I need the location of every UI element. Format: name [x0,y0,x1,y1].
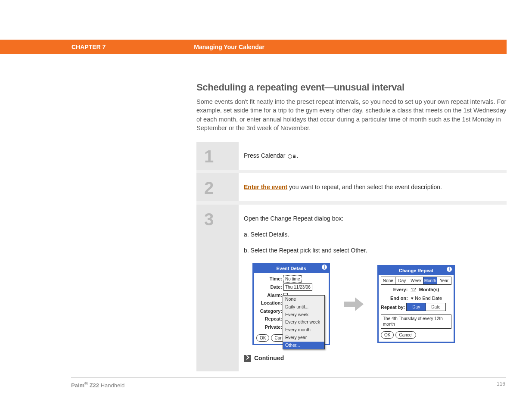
repeat-by-date[interactable]: Date [426,303,445,311]
repeat-by-day[interactable]: Day [407,303,426,311]
chapter-title: Managing Your Calendar [194,44,264,50]
chapter-number: CHAPTER 7 [72,44,106,50]
repeat-option-month[interactable]: Every month [283,326,324,334]
tab-day[interactable]: Day [395,277,410,284]
step-1: 1 Press Calendar . [196,142,507,170]
info-icon[interactable]: i [322,265,327,270]
page-number: 116 [497,381,505,387]
alarm-label: Alarm: [256,292,283,299]
page-heading: Scheduling a repeating event—unusual int… [196,82,507,93]
repeat-option-otherweek[interactable]: Every other week [283,318,324,326]
step-number-cell: 3 [196,205,240,371]
intro-paragraph: Some events don't fit neatly into the pr… [196,97,507,132]
step-1-text-pre: Press Calendar [244,152,287,159]
continued-label: Continued [254,354,284,363]
change-repeat-title-text: Change Repeat [399,268,433,273]
ok-button[interactable]: OK [381,331,394,339]
location-label: Location: [256,299,283,307]
tab-none[interactable]: None [381,277,395,284]
every-unit: Month(s) [419,287,439,292]
time-label: Time: [256,275,283,283]
end-on-label: End on: [390,296,408,301]
repeat-option-other[interactable]: Other... [283,342,324,349]
continued-arrow-icon [244,355,251,362]
step-number: 1 [204,148,214,165]
end-on-dropdown[interactable]: ▾ No End Date [411,296,442,301]
every-row: Every: 12 Month(s) [381,286,451,293]
step-2-rest: you want to repeat, and then select the … [287,184,442,190]
chapter-header-bar: CHAPTER 7 Managing Your Calendar [0,40,507,54]
tab-year[interactable]: Year [437,277,451,284]
date-label: Date: [256,283,283,291]
end-on-row: End on: ▾ No End Date [381,295,451,302]
continued-indicator: Continued [244,354,498,363]
tab-week[interactable]: Week [409,277,423,284]
event-details-title: Event Details i [254,264,329,273]
repeat-label: Repeat: [256,315,283,323]
footer-divider [71,377,506,377]
every-label: Every: [393,287,408,292]
ok-button[interactable]: OK [256,334,269,342]
repeat-option-week[interactable]: Every week [283,311,324,319]
repeat-option-none[interactable]: None [283,296,324,303]
end-on-value: No End Date [415,296,442,301]
step-2: 2 Enter the event you want to repeat, an… [196,173,507,201]
screenshots-row: Event Details i Time:No time Date:Thu 11… [252,263,498,345]
main-content: Scheduling a repeating event—unusual int… [196,82,507,371]
every-value[interactable]: 12 [411,287,416,292]
change-repeat-buttons: OK Cancel [381,331,451,340]
step-3a: a. Select Details. [244,230,498,239]
step-1-text-post: . [296,152,298,159]
footer-reg: ® [84,381,88,386]
private-label: Private: [256,324,283,331]
event-details-title-text: Event Details [276,266,306,271]
repeat-type-tabs[interactable]: None Day Week Month Year [381,277,451,285]
repeat-option-daily[interactable]: Daily until... [283,303,324,311]
step-1-body: Press Calendar . [240,142,507,170]
tab-month[interactable]: Month [423,277,438,284]
repeat-dropdown[interactable]: None Daily until... Every week Every oth… [283,295,325,349]
footer-product: Palm® Z22 Handheld [71,381,124,389]
change-repeat-title: Change Repeat i [379,266,454,275]
step-number-cell: 2 [196,173,240,201]
step-3-intro: Open the Change Repeat dialog box: [244,214,498,223]
time-value[interactable]: No time [283,275,302,283]
calendar-icon [288,153,296,159]
event-details-screenshot: Event Details i Time:No time Date:Thu 11… [252,263,330,345]
enter-event-link[interactable]: Enter the event [244,184,287,190]
step-number-cell: 1 [196,142,240,170]
steps-container: 1 Press Calendar . 2 Enter the event you… [196,142,507,371]
change-repeat-body: Every: 12 Month(s) End on: ▾ No End Date… [379,286,454,342]
repeat-result: The 4th Thursday of every 12th month [381,314,451,329]
footer-brand: Palm [71,382,84,389]
date-value[interactable]: Thu 11/23/06 [283,283,312,291]
footer-model: Z22 [88,382,99,389]
step-number: 2 [204,179,214,196]
step-3b: b. Select the Repeat pick list and selec… [244,246,498,255]
step-3: 3 Open the Change Repeat dialog box: a. … [196,205,507,371]
step-3-body: Open the Change Repeat dialog box: a. Se… [240,205,507,371]
repeat-option-year[interactable]: Every year [283,334,324,342]
step-2-body: Enter the event you want to repeat, and … [240,173,507,201]
repeat-by-tabs[interactable]: Day Date [406,303,446,311]
footer-handheld: Handheld [99,382,124,389]
category-label: Category: [256,308,283,315]
info-icon[interactable]: i [447,267,452,272]
repeat-by-row: Repeat by: Day Date [381,303,451,311]
cancel-button[interactable]: Cancel [395,331,416,339]
repeat-by-label: Repeat by: [381,304,405,311]
step-number: 3 [204,211,214,228]
change-repeat-screenshot: Change Repeat i None Day Week Month Year [377,265,455,343]
arrow-right-icon [343,296,364,313]
